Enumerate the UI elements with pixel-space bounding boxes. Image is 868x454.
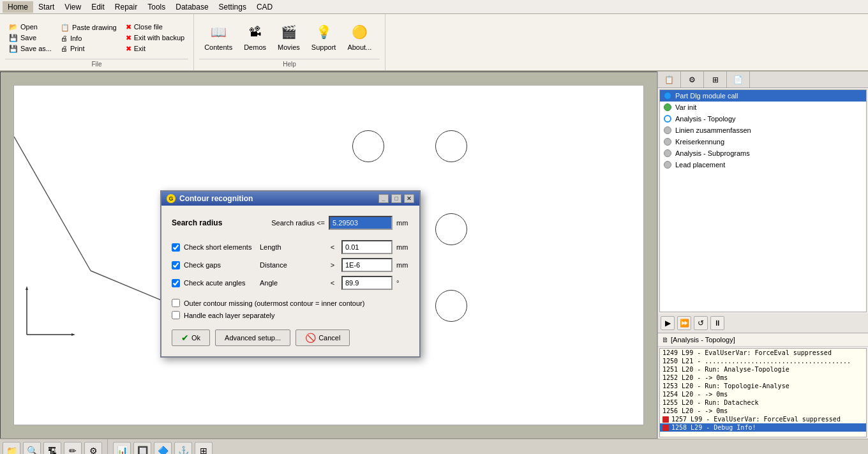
bottom-btn-anchor[interactable]: ⚓ [174, 442, 192, 455]
ribbon-file-col1: 📂 Open 💾 Save 💾 Save as... [5, 22, 56, 54]
process-dot-0 [664, 92, 671, 100]
ok-button[interactable]: ✔ Ok [172, 329, 210, 346]
canvas-area[interactable]: G Contour recognition _ □ ✕ Search radiu… [0, 72, 657, 439]
contents-button[interactable]: 📖 Contents [199, 19, 237, 54]
menu-view[interactable]: View [59, 1, 86, 13]
open-button[interactable]: 📂 Open [5, 22, 56, 33]
info-button[interactable]: 🖨 Info [57, 33, 121, 43]
exit-backup-button[interactable]: ✖ Exit with backup [122, 33, 188, 43]
paste-label: Paste drawing [72, 24, 117, 31]
process-dot-6 [664, 161, 671, 169]
tab-2[interactable]: ⚙ [681, 72, 704, 88]
bottom-btn-grid[interactable]: ⊞ [195, 442, 213, 455]
length-label: Length [260, 243, 324, 251]
menu-edit[interactable]: Edit [86, 1, 110, 13]
search-radius-input[interactable] [329, 216, 393, 230]
process-list[interactable]: Part Dlg module call Var init Analysis -… [659, 89, 867, 312]
check-short-checkbox[interactable] [172, 243, 180, 252]
dialog-minimize-button[interactable]: _ [378, 194, 389, 203]
log-icon-9 [662, 425, 669, 431]
process-item-5[interactable]: Analysis - Subprograms [660, 148, 866, 159]
dialog-title-text: Contour recognition [179, 194, 253, 203]
bottom-btn-edit[interactable]: ✏ [64, 442, 82, 455]
search-radius-row: Search radius Search radius <= mm [172, 216, 409, 230]
exit-button[interactable]: ✖ Exit [122, 43, 188, 54]
step-button[interactable]: ⏩ [677, 316, 691, 330]
tab-1[interactable]: 📋 [658, 72, 681, 88]
check-acute-checkbox[interactable] [172, 279, 180, 287]
length-input[interactable] [341, 240, 393, 254]
toolbar-divider [107, 439, 108, 454]
about-button[interactable]: 🟡 About... [342, 19, 377, 54]
tab-3-icon: ⊞ [712, 75, 719, 84]
contents-icon: 📖 [208, 22, 228, 42]
tab-4-icon: 📄 [733, 75, 743, 84]
check-short-label: Check short elements [184, 243, 251, 251]
bottom-btn-table[interactable]: 📊 [113, 442, 131, 455]
menu-cad[interactable]: CAD [251, 1, 278, 13]
advanced-setup-button[interactable]: Advanced setup... [215, 329, 290, 346]
tab-3[interactable]: ⊞ [704, 72, 727, 88]
tab-2-icon: ⚙ [689, 75, 696, 84]
active-item-icon: 🗎 [662, 336, 669, 344]
process-item-6[interactable]: Lead placement [660, 159, 866, 170]
movies-label: Movies [278, 43, 300, 51]
dialog-title-bar[interactable]: G Contour recognition _ □ ✕ [161, 192, 419, 206]
tab-4[interactable]: 📄 [727, 72, 750, 88]
pause-button[interactable]: ⏸ [710, 316, 724, 330]
bottom-btn-folder[interactable]: 📁 [3, 442, 20, 455]
about-icon: 🟡 [349, 22, 370, 42]
process-item-3[interactable]: Linien zusammenfassen [660, 125, 866, 136]
demos-icon: 📽 [245, 22, 266, 42]
process-item-1[interactable]: Var init [660, 102, 866, 113]
menu-tools[interactable]: Tools [142, 1, 170, 13]
demos-button[interactable]: 📽 Demos [239, 19, 271, 54]
dialog-close-button[interactable]: ✕ [404, 194, 414, 203]
bottom-btn-shapes[interactable]: 🔲 [133, 442, 151, 455]
ribbon: 📂 Open 💾 Save 💾 Save as... 📋 Paste drawi… [0, 14, 868, 72]
bottom-toolbar: 📁 🔍 🏗 ✏ ⚙ 📊 🔲 🔷 ⚓ ⊞ [0, 439, 868, 454]
play-button[interactable]: ▶ [661, 316, 675, 330]
check-short-row: Check short elements Length < mm [172, 240, 409, 254]
menu-repair[interactable]: Repair [110, 1, 142, 13]
save-button[interactable]: 💾 Save [5, 33, 56, 43]
paste-drawing-button[interactable]: 📋 Paste drawing [57, 22, 121, 33]
bottom-btn-build[interactable]: 🏗 [43, 442, 61, 455]
outer-contour-checkbox[interactable] [172, 299, 180, 307]
process-item-0[interactable]: Part Dlg module call [660, 90, 866, 102]
close-file-label: Close file [134, 23, 163, 31]
process-item-2[interactable]: Analysis - Topology [660, 113, 866, 125]
log-entry-0: 1249 L99 - EvalUserVar: ForceEval suppre… [660, 349, 866, 357]
active-item-row: 🗎 [Analysis - Topology] [658, 333, 868, 347]
handle-layer-checkbox[interactable] [172, 311, 180, 319]
bottom-btn-settings[interactable]: ⚙ [84, 442, 102, 455]
log-entry-9[interactable]: 1258 L29 - Debug Info! [660, 423, 866, 432]
active-item-label: [Analysis - Topology] [671, 336, 735, 344]
check-gaps-checkbox[interactable] [172, 261, 180, 269]
process-item-4[interactable]: Kreiserkennung [660, 136, 866, 148]
menu-start[interactable]: Start [33, 1, 59, 13]
dialog-restore-button[interactable]: □ [391, 194, 401, 203]
menu-database[interactable]: Database [170, 1, 213, 13]
bottom-btn-search[interactable]: 🔍 [23, 442, 41, 455]
open-label: Open [20, 23, 38, 31]
close-file-button[interactable]: ✖ Close file [122, 22, 188, 33]
angle-input[interactable] [341, 276, 393, 290]
log-entry-1: 1250 L21 - .............................… [660, 357, 866, 365]
distance-label: Distance [260, 261, 324, 269]
distance-input[interactable] [341, 258, 393, 272]
menu-settings[interactable]: Settings [214, 1, 251, 13]
bottom-btn-diamond[interactable]: 🔷 [154, 442, 172, 455]
save-as-button[interactable]: 💾 Save as... [5, 43, 56, 54]
ribbon-help-group: 📖 Contents 📽 Demos 🎬 Movies 💡 Support 🟡 … [194, 14, 385, 70]
log-text-0: 1249 L99 - EvalUserVar: ForceEval suppre… [662, 349, 832, 356]
support-button[interactable]: 💡 Support [306, 19, 341, 54]
process-dot-3 [664, 126, 671, 134]
ok-label: Ok [191, 334, 200, 342]
reset-button[interactable]: ↺ [694, 316, 708, 330]
movies-button[interactable]: 🎬 Movies [273, 19, 305, 54]
cancel-button[interactable]: 🚫 Cancel [296, 329, 350, 346]
print-button[interactable]: 🖨 Print [57, 43, 121, 54]
exit-backup-label: Exit with backup [134, 34, 184, 42]
menu-home[interactable]: Home [3, 1, 33, 13]
